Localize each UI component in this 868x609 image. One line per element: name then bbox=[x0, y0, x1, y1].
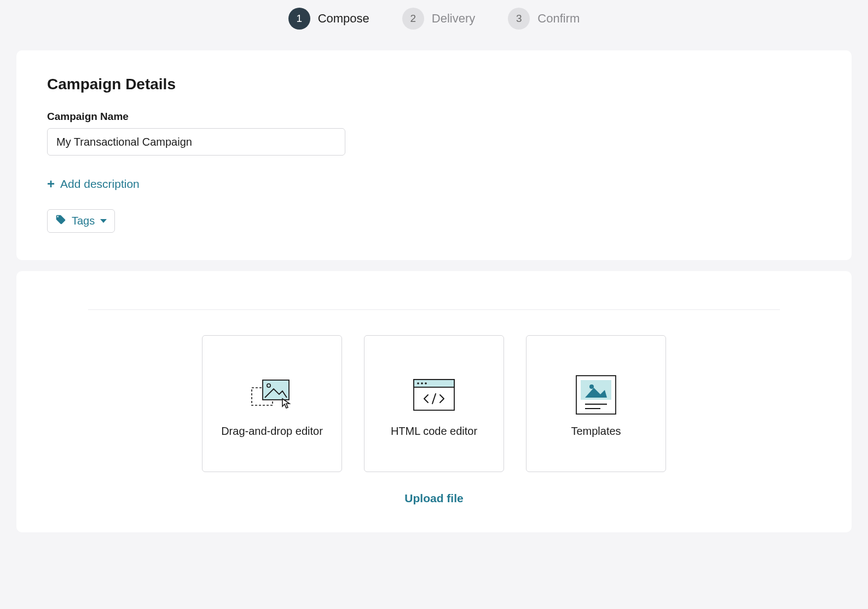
svg-point-6 bbox=[421, 382, 423, 384]
svg-point-11 bbox=[589, 384, 594, 389]
step-number-badge: 2 bbox=[402, 8, 424, 30]
step-compose[interactable]: 1 Compose bbox=[288, 8, 369, 30]
step-label: Confirm bbox=[537, 12, 580, 26]
svg-line-8 bbox=[432, 394, 436, 404]
editor-option-label: Templates bbox=[571, 425, 621, 438]
editor-option-drag-drop[interactable]: Drag-and-drop editor bbox=[202, 335, 342, 472]
wizard-stepper: 1 Compose 2 Delivery 3 Confirm bbox=[0, 0, 868, 39]
section-title: Campaign Details bbox=[47, 76, 821, 93]
chevron-down-icon bbox=[100, 219, 107, 223]
editor-selection-card: Drag-and-drop editor HTML code editor bbox=[16, 271, 852, 532]
campaign-name-input[interactable] bbox=[47, 128, 345, 156]
svg-rect-4 bbox=[414, 380, 454, 387]
editor-option-label: HTML code editor bbox=[391, 425, 477, 438]
plus-icon: + bbox=[47, 177, 55, 191]
svg-point-7 bbox=[425, 382, 427, 384]
templates-icon bbox=[574, 370, 618, 420]
upload-file-link[interactable]: Upload file bbox=[47, 492, 821, 505]
editor-option-html-code[interactable]: HTML code editor bbox=[364, 335, 504, 472]
tags-label: Tags bbox=[72, 215, 95, 227]
tag-icon bbox=[55, 214, 66, 228]
add-description-button[interactable]: + Add description bbox=[47, 177, 140, 191]
step-number-badge: 1 bbox=[288, 8, 310, 30]
campaign-details-card: Campaign Details Campaign Name + Add des… bbox=[16, 50, 852, 260]
step-label: Compose bbox=[318, 12, 369, 26]
add-description-label: Add description bbox=[60, 177, 140, 191]
step-confirm[interactable]: 3 Confirm bbox=[508, 8, 580, 30]
editor-option-templates[interactable]: Templates bbox=[526, 335, 666, 472]
drag-drop-icon bbox=[248, 370, 296, 420]
editor-options-row: Drag-and-drop editor HTML code editor bbox=[47, 335, 821, 472]
step-delivery[interactable]: 2 Delivery bbox=[402, 8, 475, 30]
divider bbox=[88, 309, 780, 310]
editor-option-label: Drag-and-drop editor bbox=[221, 425, 323, 438]
svg-rect-1 bbox=[263, 380, 289, 400]
code-editor-icon bbox=[412, 370, 456, 420]
step-label: Delivery bbox=[432, 12, 475, 26]
tags-dropdown-button[interactable]: Tags bbox=[47, 209, 115, 233]
campaign-name-label: Campaign Name bbox=[47, 111, 821, 123]
svg-point-5 bbox=[417, 382, 419, 384]
step-number-badge: 3 bbox=[508, 8, 530, 30]
